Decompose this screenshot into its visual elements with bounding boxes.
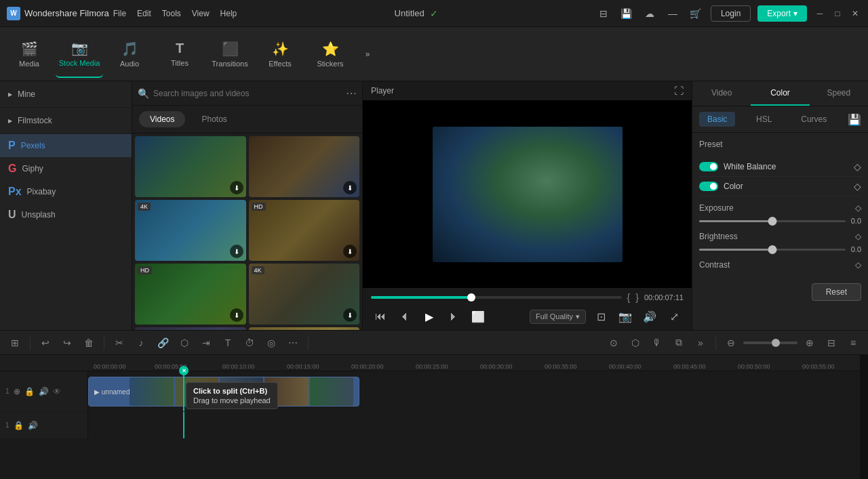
monitor-icon[interactable]: ⊟: [595, 5, 612, 22]
toolbar-stock-media[interactable]: 📷 Stock Media: [56, 30, 103, 78]
media-thumb-2[interactable]: ⬇: [249, 136, 360, 197]
maximize-button[interactable]: □: [831, 7, 844, 20]
toolbar-effects[interactable]: ✨ Effects: [256, 30, 304, 78]
sidebar-item-unsplash[interactable]: U Unsplash: [0, 203, 132, 226]
sidebar-item-filmstock[interactable]: ▶ Filmstock: [0, 110, 132, 131]
tab-videos[interactable]: Videos: [139, 111, 185, 127]
tl-delete-button[interactable]: 🗑: [79, 333, 98, 352]
tl-zoom-in-button[interactable]: ⊕: [800, 333, 819, 352]
brightness-slider[interactable]: [699, 249, 846, 251]
tl-color-button[interactable]: ◎: [262, 333, 281, 352]
audio-lock-icon[interactable]: 🔒: [14, 421, 24, 430]
cloud-icon[interactable]: ☁: [642, 5, 658, 22]
tl-speed-button[interactable]: ⏱: [240, 333, 259, 352]
close-button[interactable]: ✕: [849, 7, 861, 20]
volume-button[interactable]: 🔊: [640, 307, 659, 326]
menu-file[interactable]: File: [113, 9, 126, 18]
white-balance-keyframe-icon[interactable]: ◇: [854, 161, 861, 172]
download-icon-6[interactable]: ⬇: [343, 308, 357, 322]
zoom-slider[interactable]: [743, 341, 797, 344]
tl-settings-button[interactable]: ≡: [844, 333, 863, 352]
sidebar-item-pixabay[interactable]: Px Pixabay: [0, 180, 132, 203]
add-track-icon[interactable]: ⊕: [14, 387, 20, 396]
quality-select[interactable]: Full Quality ▾: [530, 310, 586, 324]
menu-view[interactable]: View: [192, 9, 210, 18]
sidebar-item-pexels[interactable]: P Pexels: [0, 134, 132, 157]
brightness-thumb[interactable]: [768, 245, 776, 254]
color-toggle[interactable]: [699, 182, 718, 191]
contrast-keyframe-icon[interactable]: ◇: [855, 260, 861, 270]
tl-text-button[interactable]: T: [218, 333, 237, 352]
toolbar-expand-button[interactable]: »: [359, 46, 376, 62]
cart-icon[interactable]: 🛒: [688, 5, 704, 22]
tl-mask-button[interactable]: ⬡: [175, 333, 194, 352]
tl-more-button[interactable]: ⋯: [283, 333, 302, 352]
tl-cut-button[interactable]: ✂: [110, 333, 129, 352]
mark-out-button[interactable]: }: [635, 292, 639, 303]
zoom-thumb[interactable]: [772, 339, 780, 347]
menu-tools[interactable]: Tools: [162, 9, 181, 18]
minimize-button[interactable]: ─: [814, 7, 826, 20]
tl-voice-button[interactable]: 🎙: [648, 333, 667, 352]
download-icon-1[interactable]: ⬇: [230, 181, 243, 194]
video-volume-icon[interactable]: 🔊: [39, 387, 49, 396]
tab-color[interactable]: Color: [751, 81, 809, 106]
minus-icon[interactable]: —: [665, 5, 681, 22]
media-thumb-4[interactable]: HD ⬇: [249, 200, 360, 261]
download-icon-2[interactable]: ⬇: [343, 181, 357, 194]
media-thumb-3[interactable]: 4K ⬇: [135, 200, 246, 261]
tab-photos[interactable]: Photos: [191, 111, 237, 127]
tl-safe-button[interactable]: ⬡: [626, 333, 645, 352]
exposure-keyframe-icon[interactable]: ◇: [855, 203, 861, 213]
video-lock-icon[interactable]: 🔒: [24, 387, 35, 396]
more-options-button[interactable]: ⋯: [346, 87, 357, 100]
playhead[interactable]: ✕ Click to split (Ctrl+B) Drag to move p…: [183, 371, 184, 411]
exposure-slider[interactable]: [699, 220, 846, 222]
step-forward-button[interactable]: ⏵: [444, 307, 463, 326]
tl-link-button[interactable]: 🔗: [153, 333, 172, 352]
toolbar-media[interactable]: 🎬 Media: [5, 30, 53, 78]
sidebar-item-giphy[interactable]: G Giphy: [0, 157, 132, 180]
toolbar-stickers[interactable]: ⭐ Stickers: [307, 30, 354, 78]
tl-grid-button[interactable]: ⊟: [822, 333, 841, 352]
tl-scene-button[interactable]: ⧉: [669, 333, 688, 352]
play-button[interactable]: ▶: [420, 307, 439, 326]
export-button[interactable]: Export ▾: [757, 5, 807, 22]
vertical-scrollbar[interactable]: [860, 355, 868, 479]
media-thumb-1[interactable]: ⬇: [135, 136, 246, 197]
search-input[interactable]: [153, 89, 342, 98]
tab-speed[interactable]: Speed: [810, 81, 868, 106]
tab-video[interactable]: Video: [692, 81, 751, 106]
subtab-hsl[interactable]: HSL: [748, 112, 780, 127]
toolbar-audio[interactable]: 🎵 Audio: [106, 30, 153, 78]
download-icon-3[interactable]: ⬇: [230, 245, 243, 258]
tl-zoom-out-button[interactable]: ⊖: [722, 333, 741, 352]
download-icon-4[interactable]: ⬇: [343, 245, 357, 258]
sidebar-item-mine[interactable]: ▶ Mine: [0, 84, 132, 104]
video-eye-icon[interactable]: 👁: [53, 387, 61, 396]
brightness-keyframe-icon[interactable]: ◇: [855, 232, 861, 241]
subtab-basic[interactable]: Basic: [699, 112, 735, 127]
stop-button[interactable]: ⬜: [469, 307, 488, 326]
preview-mode-button[interactable]: ⊡: [591, 307, 610, 326]
color-save-icon[interactable]: 💾: [848, 113, 861, 126]
tl-redo-button[interactable]: ↪: [58, 333, 77, 352]
exposure-thumb[interactable]: [768, 217, 776, 226]
color-keyframe-icon[interactable]: ◇: [854, 181, 861, 192]
toolbar-titles[interactable]: T Titles: [156, 30, 203, 78]
tl-layout-button[interactable]: ⊞: [5, 333, 24, 352]
snapshot-button[interactable]: 📷: [616, 307, 635, 326]
media-thumb-8[interactable]: HD ⬇: [249, 327, 360, 330]
login-button[interactable]: Login: [711, 5, 751, 22]
media-thumb-7[interactable]: 2160x4096 ⬇: [135, 327, 246, 330]
mark-in-button[interactable]: {: [627, 292, 631, 303]
audio-volume-icon[interactable]: 🔊: [28, 421, 38, 430]
menu-edit[interactable]: Edit: [137, 9, 151, 18]
menu-help[interactable]: Help: [220, 9, 237, 18]
fullscreen-icon[interactable]: ⛶: [674, 85, 684, 96]
fullscreen-button[interactable]: ⤢: [665, 307, 684, 326]
subtab-curves[interactable]: Curves: [793, 112, 835, 127]
download-icon-5[interactable]: ⬇: [230, 308, 243, 322]
step-back-button[interactable]: ⏴: [395, 307, 414, 326]
progress-bar[interactable]: [371, 296, 622, 299]
